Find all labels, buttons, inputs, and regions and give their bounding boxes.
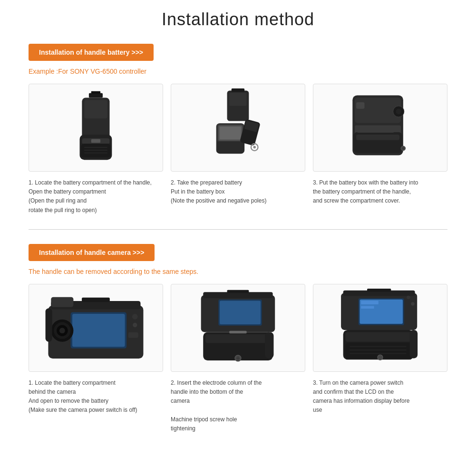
camera-section: Installation of handle camera >>> The ha… — [29, 244, 447, 433]
battery-image-3 — [313, 84, 447, 172]
battery-images-row — [29, 84, 447, 172]
camera-subtitle: The handle can be removed according to t… — [29, 268, 447, 275]
svg-rect-39 — [51, 297, 73, 307]
camera-images-row — [29, 284, 447, 372]
svg-rect-30 — [357, 130, 394, 133]
svg-rect-2 — [89, 93, 103, 98]
camera-caption-2: 2. Insert the electrode column of the ha… — [171, 379, 305, 433]
svg-rect-38 — [72, 314, 125, 347]
svg-point-43 — [59, 328, 65, 333]
svg-point-75 — [411, 302, 414, 305]
svg-rect-50 — [227, 290, 249, 293]
camera-image-1 — [29, 284, 163, 372]
camera-captions-row: 1. Locate the battery compartment behind… — [29, 379, 447, 433]
svg-rect-59 — [265, 332, 273, 358]
camera-caption-3: 3. Turn on the camera power switch and c… — [313, 379, 447, 433]
svg-rect-36 — [82, 298, 110, 302]
svg-point-44 — [132, 314, 138, 320]
svg-rect-6 — [91, 139, 100, 143]
svg-rect-29 — [356, 102, 364, 109]
svg-rect-47 — [46, 308, 52, 342]
svg-rect-65 — [361, 301, 379, 304]
svg-point-73 — [378, 355, 383, 360]
svg-rect-17 — [220, 127, 241, 140]
svg-point-45 — [133, 323, 137, 327]
svg-rect-66 — [361, 306, 374, 309]
svg-point-28 — [396, 109, 401, 115]
battery-image-2 — [171, 84, 305, 172]
camera-image-2 — [171, 284, 305, 372]
battery-subtitle: Example :For SONY VG-6500 controller — [29, 68, 447, 75]
svg-rect-62 — [367, 289, 391, 291]
camera-caption-1: 1. Locate the battery compartment behind… — [29, 379, 163, 433]
battery-caption-2: 2. Take the prepared battery Put in the … — [171, 178, 305, 215]
battery-caption-3: 3. Put the battery box with the battery … — [313, 178, 447, 215]
svg-rect-7 — [81, 144, 110, 157]
svg-rect-76 — [410, 330, 418, 358]
page-container: Installation method Installation of hand… — [0, 0, 476, 457]
svg-rect-68 — [345, 332, 411, 341]
svg-rect-46 — [128, 332, 138, 338]
page-title: Installation method — [29, 10, 447, 29]
svg-rect-58 — [229, 331, 247, 333]
camera-badge: Installation of handle camera >>> — [29, 244, 155, 261]
battery-caption-1: 1. Locate the battery compartment of the… — [29, 178, 163, 215]
svg-rect-52 — [220, 301, 261, 324]
svg-rect-13 — [232, 88, 244, 92]
svg-rect-26 — [356, 135, 399, 140]
battery-image-1 — [29, 84, 163, 172]
section-divider — [29, 229, 447, 230]
svg-rect-1 — [84, 100, 107, 118]
svg-rect-54 — [205, 334, 271, 343]
camera-image-3 — [313, 284, 447, 372]
svg-point-21 — [253, 146, 256, 148]
svg-rect-12 — [229, 93, 247, 106]
battery-captions-row: 1. Locate the battery compartment of the… — [29, 178, 447, 215]
battery-section: Installation of handle battery >>> Examp… — [29, 44, 447, 215]
svg-rect-3 — [91, 91, 100, 94]
svg-rect-49 — [203, 292, 272, 298]
svg-point-74 — [407, 296, 410, 299]
battery-badge: Installation of handle battery >>> — [29, 44, 154, 61]
